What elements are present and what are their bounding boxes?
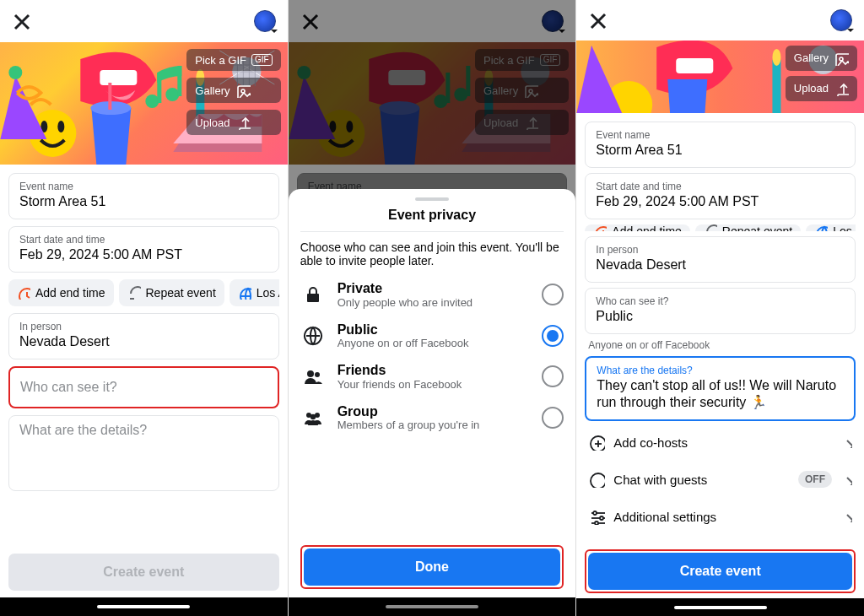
bottom-bar: Create event — [576, 541, 864, 593]
android-nav — [576, 598, 864, 616]
svg-point-43 — [57, 121, 64, 132]
screen-1-create-event: Pick a GIFGIF Gallery Upload Event name … — [0, 0, 289, 616]
row-additional-settings[interactable]: Additional settings — [585, 500, 856, 532]
upload-button[interactable]: Upload — [786, 76, 857, 101]
field-value: Storm Area 51 — [19, 193, 268, 210]
location-field[interactable]: In person Nevada Desert — [8, 313, 279, 359]
start-datetime-field[interactable]: Start date and time Feb 29, 2024 5:00 AM… — [8, 226, 279, 273]
chevron-right-icon — [840, 511, 852, 522]
event-cover-banner: Gallery Upload — [576, 41, 864, 113]
upload-button[interactable]: Upload — [186, 110, 280, 135]
field-label: In person — [19, 321, 268, 332]
friends-icon — [300, 364, 326, 389]
gallery-button[interactable]: Gallery — [786, 46, 857, 71]
privacy-hint: Anyone on or off Facebook — [585, 339, 856, 351]
sheet-grabber[interactable] — [415, 197, 449, 201]
svg-point-38 — [165, 88, 179, 101]
plus-icon — [588, 434, 605, 451]
titlebar — [576, 0, 864, 41]
chip-repeat-event[interactable]: Repeat event — [119, 279, 224, 306]
chip-add-end-time[interactable]: Add end time — [585, 224, 690, 232]
event-privacy-sheet: Event privacy Choose who can see and joi… — [289, 189, 576, 597]
screen-2-privacy-sheet: Pick a GIFGIF Gallery Upload Event name … — [289, 0, 577, 616]
chat-icon — [588, 471, 605, 488]
privacy-field[interactable]: Who can see it? Public — [585, 288, 856, 334]
clock-icon — [593, 224, 607, 232]
privacy-option-private[interactable]: PrivateOnly people who are invited — [300, 274, 564, 316]
upload-icon — [235, 115, 251, 130]
event-name-field[interactable]: Event name Storm Area 51 — [8, 173, 279, 219]
highlight: Done — [300, 545, 564, 589]
chip-timezone[interactable]: Los Angele — [806, 224, 856, 232]
titlebar — [0, 0, 288, 42]
field-placeholder: What are the details? — [19, 423, 268, 438]
field-label: Start date and time — [19, 234, 268, 246]
svg-rect-45 — [108, 83, 111, 110]
field-value: Nevada Desert — [19, 333, 268, 350]
group-icon — [300, 405, 326, 430]
svg-point-36 — [145, 95, 159, 108]
field-value: Feb 29, 2024 5:00 AM PST — [19, 246, 268, 263]
privacy-option-friends[interactable]: FriendsYour friends on Facebook — [300, 356, 564, 397]
svg-marker-46 — [0, 76, 46, 139]
gif-icon: GIF — [251, 54, 273, 66]
android-nav — [0, 597, 288, 616]
svg-rect-65 — [677, 58, 714, 73]
create-event-button[interactable]: Create event — [588, 553, 852, 590]
picture-icon — [834, 51, 849, 66]
clock-icon — [17, 286, 30, 300]
field-label: Event name — [19, 181, 268, 192]
start-datetime-field[interactable]: Start date and time Feb 29, 2024 5:00 AM… — [585, 173, 856, 219]
bottom-bar: Create event — [0, 545, 288, 591]
svg-rect-40 — [100, 70, 137, 85]
event-cover-banner: Pick a GIFGIF Gallery Upload — [0, 42, 288, 165]
details-field[interactable]: What are the details? — [8, 415, 279, 491]
svg-point-47 — [8, 66, 22, 79]
screen-3-ready-to-create: Gallery Upload Event name Storm Area 51 … — [576, 0, 864, 616]
chip-timezone[interactable]: Los Angele — [230, 279, 279, 306]
close-icon[interactable] — [12, 12, 30, 30]
privacy-option-public[interactable]: PublicAnyone on or off Facebook — [300, 316, 564, 357]
field-placeholder: Who can see it? — [20, 380, 267, 395]
form-area: Event name Storm Area 51 Start date and … — [0, 165, 288, 545]
close-icon[interactable] — [588, 11, 607, 30]
privacy-field[interactable]: Who can see it? — [8, 366, 279, 408]
quick-chips: Add end time Repeat event Los Angele — [585, 224, 856, 232]
row-add-cohosts[interactable]: Add co-hosts — [585, 426, 856, 458]
gallery-button[interactable]: Gallery — [186, 78, 280, 103]
form-area: Event name Storm Area 51 Start date and … — [576, 113, 864, 542]
repeat-icon — [704, 224, 717, 232]
settings-icon — [588, 508, 605, 525]
avatar[interactable] — [830, 9, 852, 31]
privacy-option-group[interactable]: GroupMembers of a group you're in — [300, 397, 564, 439]
highlight: Create event — [585, 549, 856, 593]
radio[interactable] — [542, 284, 564, 305]
radio[interactable] — [542, 325, 564, 347]
svg-point-69 — [773, 49, 781, 66]
radio[interactable] — [542, 407, 564, 429]
chip-add-end-time[interactable]: Add end time — [8, 279, 114, 306]
picture-icon — [235, 83, 251, 98]
quick-chips: Add end time Repeat event Los Angele — [8, 279, 279, 306]
details-field[interactable]: What are the details? They can't stop al… — [585, 356, 856, 421]
repeat-icon — [127, 286, 141, 300]
sheet-description: Choose who can see and join this event. … — [300, 240, 564, 267]
radio[interactable] — [542, 365, 564, 387]
pick-gif-button[interactable]: Pick a GIFGIF — [186, 49, 280, 71]
avatar[interactable] — [254, 10, 276, 32]
create-event-button[interactable]: Create event — [8, 554, 279, 591]
done-button[interactable]: Done — [304, 548, 561, 586]
row-chat-with-guests[interactable]: Chat with guests OFF — [585, 463, 856, 495]
chevron-right-icon — [840, 436, 852, 448]
location-field[interactable]: In person Nevada Desert — [585, 236, 856, 283]
globe-icon — [814, 224, 828, 232]
lock-icon — [300, 282, 326, 307]
globe-icon — [238, 286, 251, 300]
chip-repeat-event[interactable]: Repeat event — [695, 224, 801, 232]
toggle-state: OFF — [798, 471, 832, 488]
chevron-right-icon — [840, 473, 852, 485]
event-name-field[interactable]: Event name Storm Area 51 — [585, 122, 856, 168]
svg-rect-68 — [773, 60, 781, 113]
globe-icon — [300, 323, 326, 349]
upload-icon — [834, 81, 849, 96]
